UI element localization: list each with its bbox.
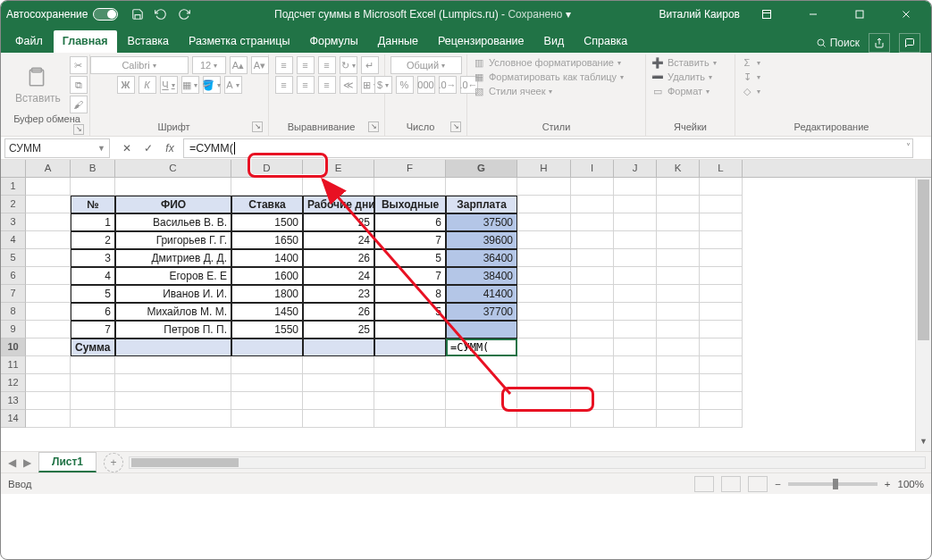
- formula-input[interactable]: =СУММ( ˅: [183, 138, 913, 158]
- cell[interactable]: [700, 321, 743, 339]
- cell[interactable]: 41400: [446, 285, 517, 303]
- cell[interactable]: 25: [303, 321, 374, 339]
- bold-button[interactable]: Ж: [117, 76, 135, 94]
- redo-icon[interactable]: [177, 7, 191, 21]
- cell[interactable]: [657, 285, 700, 303]
- undo-icon[interactable]: [154, 7, 168, 21]
- cell[interactable]: [571, 285, 614, 303]
- number-format-select[interactable]: Общий: [390, 56, 462, 74]
- cell[interactable]: [517, 321, 571, 339]
- cell[interactable]: [446, 410, 517, 428]
- cell[interactable]: 1600: [231, 267, 303, 285]
- cell[interactable]: [571, 339, 614, 356]
- cell-styles-button[interactable]: ▧Стили ячеек▾: [473, 85, 552, 97]
- scroll-down-icon[interactable]: ▼: [916, 437, 931, 451]
- conditional-formatting-button[interactable]: ▥Условное форматирование▾: [473, 56, 621, 69]
- cell[interactable]: [517, 410, 571, 428]
- tab-home[interactable]: Главная: [54, 30, 117, 53]
- cell[interactable]: [657, 178, 700, 196]
- cell[interactable]: [374, 321, 446, 339]
- column-header[interactable]: L: [700, 160, 743, 177]
- cell[interactable]: 23: [303, 285, 374, 303]
- row-header[interactable]: 3: [1, 213, 26, 231]
- cell[interactable]: 24: [303, 267, 374, 285]
- font-name-select[interactable]: Calibri: [90, 56, 189, 74]
- delete-cells-button[interactable]: ➖Удалить▾: [651, 71, 712, 83]
- cell[interactable]: [303, 339, 374, 356]
- comments-button[interactable]: [899, 33, 920, 53]
- cell[interactable]: Иванов И. И.: [115, 285, 231, 303]
- cell[interactable]: [446, 321, 517, 339]
- cell[interactable]: [231, 178, 303, 196]
- tab-review[interactable]: Рецензирование: [429, 30, 533, 53]
- cell[interactable]: [571, 267, 614, 285]
- decrease-indent-icon[interactable]: ≪: [340, 76, 357, 94]
- add-sheet-button[interactable]: +: [104, 453, 123, 472]
- cell[interactable]: [446, 392, 517, 410]
- cell[interactable]: [657, 303, 700, 321]
- cell[interactable]: Выходные: [374, 196, 446, 213]
- cell[interactable]: [231, 339, 303, 356]
- align-left-icon[interactable]: ≡: [275, 76, 293, 94]
- cell[interactable]: [26, 285, 71, 303]
- toggle-switch[interactable]: [93, 8, 118, 21]
- tab-formulas[interactable]: Формулы: [300, 30, 366, 53]
- row-header[interactable]: 8: [1, 303, 26, 321]
- cell[interactable]: [571, 213, 614, 231]
- zoom-out-button[interactable]: −: [775, 479, 781, 489]
- cell[interactable]: [614, 196, 657, 213]
- maximize-button[interactable]: [840, 1, 879, 28]
- cell[interactable]: [303, 410, 374, 428]
- worksheet-grid[interactable]: ABCDEFGHIJKL 1234567891011121314 №ФИОСта…: [1, 160, 931, 451]
- cell[interactable]: [517, 374, 571, 392]
- row-header[interactable]: 2: [1, 196, 26, 213]
- cell[interactable]: [700, 392, 743, 410]
- cell[interactable]: [115, 356, 231, 374]
- fill-color-button[interactable]: 🪣: [203, 76, 221, 94]
- cell[interactable]: [614, 249, 657, 267]
- cell[interactable]: [26, 410, 71, 428]
- insert-cells-button[interactable]: ➕Вставить▾: [651, 56, 717, 69]
- row-header[interactable]: 14: [1, 410, 26, 428]
- cell[interactable]: Ставка: [231, 196, 303, 213]
- row-header[interactable]: 7: [1, 285, 26, 303]
- cell[interactable]: 4: [71, 267, 115, 285]
- row-header[interactable]: 6: [1, 267, 26, 285]
- cell[interactable]: [571, 303, 614, 321]
- cell[interactable]: [374, 410, 446, 428]
- cell[interactable]: 1800: [231, 285, 303, 303]
- prev-sheet-icon[interactable]: ◀: [8, 456, 16, 469]
- cell[interactable]: [657, 231, 700, 249]
- zoom-in-button[interactable]: +: [885, 479, 891, 489]
- cell[interactable]: [517, 356, 571, 374]
- cell[interactable]: Сумма: [71, 339, 115, 356]
- cell[interactable]: [700, 231, 743, 249]
- align-right-icon[interactable]: ≡: [318, 76, 336, 94]
- align-bottom-icon[interactable]: ≡: [318, 56, 336, 74]
- cell[interactable]: [517, 196, 571, 213]
- cell[interactable]: [26, 267, 71, 285]
- increase-font-icon[interactable]: A▴: [230, 56, 248, 74]
- ribbon-display-options[interactable]: [747, 1, 786, 28]
- cell[interactable]: [115, 339, 231, 356]
- cell[interactable]: 25: [303, 213, 374, 231]
- tab-file[interactable]: Файл: [6, 30, 52, 53]
- sheet-tab[interactable]: Лист1: [38, 452, 97, 472]
- normal-view-button[interactable]: [694, 476, 714, 492]
- cell[interactable]: [571, 249, 614, 267]
- cell[interactable]: [374, 339, 446, 356]
- cell[interactable]: [614, 303, 657, 321]
- cell[interactable]: [71, 410, 115, 428]
- cell[interactable]: [571, 374, 614, 392]
- cell[interactable]: 1450: [231, 303, 303, 321]
- cell[interactable]: ФИО: [115, 196, 231, 213]
- row-header[interactable]: 1: [1, 178, 26, 196]
- cell[interactable]: [700, 267, 743, 285]
- cell[interactable]: [26, 231, 71, 249]
- underline-button[interactable]: Ч: [160, 76, 178, 94]
- share-button[interactable]: [869, 33, 890, 53]
- tab-view[interactable]: Вид: [535, 30, 574, 53]
- cell[interactable]: [571, 356, 614, 374]
- cell[interactable]: 8: [374, 285, 446, 303]
- dialog-launcher-icon[interactable]: ↘: [368, 121, 379, 132]
